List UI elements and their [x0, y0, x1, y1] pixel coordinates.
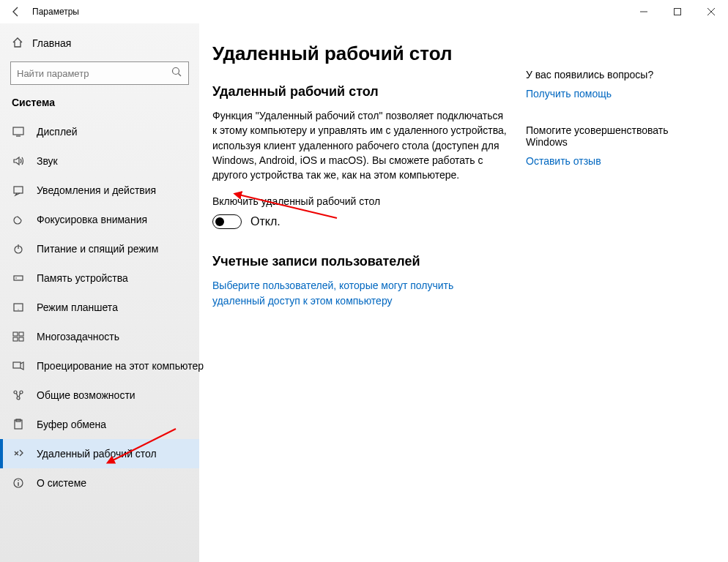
sidebar-item-storage[interactable]: Память устройства	[0, 263, 199, 293]
power-icon	[12, 242, 25, 255]
sidebar-item-focus[interactable]: Фокусировка внимания	[0, 205, 199, 234]
sidebar-item-label: Проецирование на этот компьютер	[37, 360, 204, 372]
sidebar-item-label: Буфер обмена	[37, 419, 106, 430]
sidebar-item-about[interactable]: О системе	[0, 468, 199, 498]
svg-rect-17	[13, 362, 21, 368]
home-link[interactable]: Главная	[0, 29, 199, 57]
search-icon	[171, 66, 182, 80]
maximize-button[interactable]	[661, 0, 694, 23]
project-icon	[12, 359, 25, 372]
get-help-link[interactable]: Получить помощь	[526, 86, 612, 101]
remote-desktop-icon	[12, 447, 25, 460]
svg-point-18	[14, 391, 17, 394]
sidebar-item-label: Фокусировка внимания	[37, 214, 147, 225]
content-column: Удаленный рабочий стол Удаленный рабочий…	[212, 42, 508, 562]
svg-rect-16	[19, 337, 23, 341]
tablet-icon	[12, 301, 25, 314]
section-users-title: Учетные записи пользователей	[212, 254, 508, 269]
svg-rect-14	[19, 332, 23, 336]
svg-rect-4	[13, 127, 23, 135]
svg-rect-15	[13, 337, 18, 341]
window-controls	[627, 0, 728, 23]
minimize-button[interactable]	[627, 0, 661, 23]
close-button[interactable]	[694, 0, 728, 23]
sidebar: Главная Система Дисплей Звук Уведомления…	[0, 23, 199, 562]
svg-point-12	[18, 309, 18, 310]
toggle-state-text: Откл.	[250, 215, 281, 228]
feedback-link[interactable]: Оставить отзыв	[526, 154, 601, 168]
svg-rect-1	[675, 9, 681, 15]
back-button[interactable]	[0, 0, 32, 23]
svg-rect-6	[14, 187, 23, 193]
svg-point-19	[20, 391, 23, 394]
sidebar-item-label: Звук	[37, 155, 58, 167]
sidebar-item-label: Удаленный рабочий стол	[37, 448, 157, 460]
help-question: У вас появились вопросы?	[526, 69, 699, 80]
clipboard-icon	[12, 418, 25, 431]
sidebar-item-shared[interactable]: Общие возможности	[0, 381, 199, 410]
svg-point-20	[17, 397, 20, 400]
sound-icon	[12, 154, 25, 168]
sidebar-item-label: Питание и спящий режим	[37, 243, 158, 255]
toggle-label: Включить удаленный рабочий стол	[212, 195, 508, 207]
svg-point-10	[15, 277, 17, 279]
focus-icon	[12, 213, 25, 226]
select-users-link[interactable]: Выберите пользователей, которые могут по…	[212, 278, 508, 308]
notifications-icon	[12, 184, 25, 197]
section-remote-title: Удаленный рабочий стол	[212, 84, 508, 100]
sidebar-item-label: Дисплей	[37, 126, 78, 138]
main-area: Удаленный рабочий стол Удаленный рабочий…	[199, 23, 728, 562]
home-label: Главная	[32, 37, 71, 49]
sidebar-item-tablet[interactable]: Режим планшета	[0, 293, 199, 322]
sidebar-item-project[interactable]: Проецирование на этот компьютер	[0, 351, 199, 381]
sidebar-item-label: Режим планшета	[37, 301, 118, 313]
about-icon	[12, 476, 25, 490]
sidebar-item-display[interactable]: Дисплей	[0, 117, 199, 146]
search-box[interactable]	[10, 61, 189, 85]
svg-point-25	[18, 480, 19, 482]
sidebar-item-remote-desktop[interactable]: Удаленный рабочий стол	[0, 439, 199, 468]
help-aside: У вас появились вопросы? Получить помощь…	[526, 42, 699, 562]
sidebar-item-notifications[interactable]: Уведомления и действия	[0, 176, 199, 205]
feedback-question: Помогите усовершенствовать Windows	[526, 124, 699, 148]
svg-line-3	[179, 74, 182, 77]
svg-rect-13	[13, 332, 18, 336]
sidebar-item-clipboard[interactable]: Буфер обмена	[0, 410, 199, 439]
toggle-row: Откл.	[212, 214, 508, 229]
sidebar-item-label: О системе	[37, 477, 86, 489]
section-remote-description: Функция "Удаленный рабочий стол" позволя…	[212, 108, 508, 182]
svg-rect-9	[14, 276, 23, 280]
remote-desktop-toggle[interactable]	[212, 214, 242, 229]
multitask-icon	[12, 330, 25, 343]
storage-icon	[12, 271, 25, 285]
sidebar-section-title: Система	[0, 95, 199, 117]
sidebar-item-label: Память устройства	[37, 272, 128, 284]
shared-icon	[12, 389, 25, 402]
page-title: Удаленный рабочий стол	[212, 42, 508, 65]
sidebar-item-power[interactable]: Питание и спящий режим	[0, 234, 199, 263]
sidebar-item-label: Многозадачность	[37, 331, 119, 342]
svg-point-2	[173, 68, 179, 75]
sidebar-item-label: Уведомления и действия	[37, 184, 156, 196]
sidebar-nav: Дисплей Звук Уведомления и действия Фоку…	[0, 117, 199, 498]
sidebar-item-label: Общие возможности	[37, 389, 135, 401]
search-input[interactable]	[17, 68, 171, 79]
sidebar-item-sound[interactable]: Звук	[0, 146, 199, 176]
window-title: Параметры	[32, 7, 79, 17]
title-bar: Параметры	[0, 0, 728, 23]
sidebar-item-multitask[interactable]: Многозадачность	[0, 322, 199, 351]
home-icon	[12, 37, 23, 50]
display-icon	[12, 125, 25, 138]
